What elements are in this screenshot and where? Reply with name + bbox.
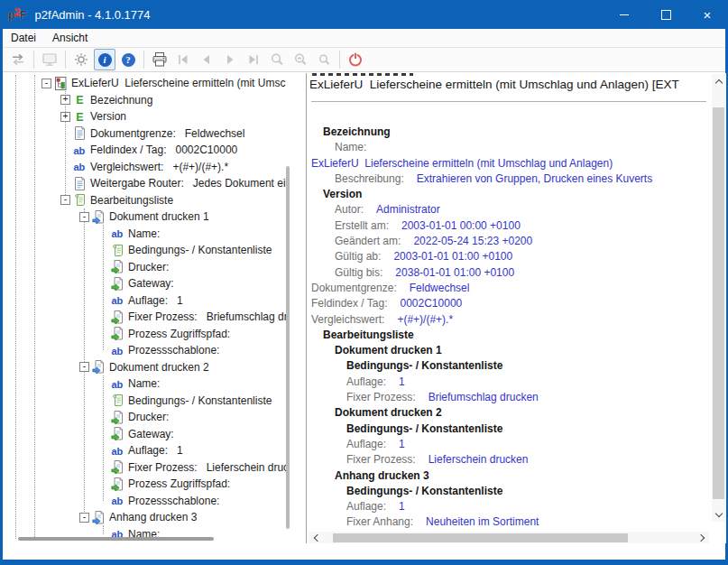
- tree-item[interactable]: Weitergabe Router:Jedes Dokument ein Au: [3, 175, 286, 192]
- detail-value: Briefumschlag drucken: [429, 391, 539, 403]
- detail-line: Fixer Anhang:Neuheiten im Sortiment: [309, 514, 710, 530]
- detail-line: Bedingungs- / Konstantenliste: [309, 421, 710, 437]
- toolbar-separator: [33, 51, 34, 69]
- tree-item[interactable]: -Bearbeitungsliste: [3, 192, 286, 209]
- tree-item[interactable]: +EBezeichnung: [3, 92, 286, 109]
- tree-item[interactable]: -ExLieferU Lieferscheine ermitteln (mit …: [3, 75, 286, 92]
- menu-bar: Datei Ansicht: [3, 29, 725, 48]
- tree-item[interactable]: Drucker:: [3, 409, 286, 426]
- detail-value: Administrator: [376, 203, 440, 216]
- zoom-out-button[interactable]: [313, 49, 335, 70]
- detail-value: +(#+)/(#+).*: [397, 313, 453, 326]
- tree-item[interactable]: Dokumentgrenze:Feldwechsel: [3, 125, 286, 143]
- window-border-bottom: [0, 560, 728, 565]
- svg-text:E: E: [76, 94, 83, 107]
- vertical-scroll-thumb[interactable]: [713, 107, 724, 499]
- detail-label: Gültig bis:: [335, 266, 382, 279]
- scroll-right-button[interactable]: [695, 532, 709, 543]
- expand-box[interactable]: +: [60, 112, 70, 122]
- collapse-box[interactable]: -: [60, 195, 70, 205]
- nav-last-icon: [245, 51, 262, 68]
- tree-item-label: Weitergabe Router:: [90, 177, 184, 190]
- close-button[interactable]: ×: [687, 0, 728, 29]
- nav-first-button[interactable]: [172, 49, 194, 70]
- scroll-up-button[interactable]: [712, 74, 725, 88]
- tree-item-label: Fixer Prozess:: [128, 310, 198, 323]
- element-e-icon: E: [73, 110, 87, 124]
- tree-item-label: Gateway:: [128, 428, 174, 440]
- minimize-button[interactable]: [604, 0, 645, 29]
- detail-value: Lieferschein drucken: [429, 453, 529, 466]
- tree-item[interactable]: abAuflage:1: [3, 292, 286, 310]
- menu-ansicht[interactable]: Ansicht: [44, 29, 96, 47]
- text-ab-icon: ab: [111, 444, 124, 458]
- horizontal-scroll-thumb[interactable]: [333, 533, 628, 542]
- tree-item[interactable]: Prozess Zugriffspfad:: [3, 476, 286, 493]
- detail-line: Bezeichnung: [309, 125, 710, 140]
- tree-item-value: 0002C10000: [176, 144, 238, 156]
- tree-item[interactable]: abProzessschablone:: [3, 342, 286, 359]
- settings-button[interactable]: [70, 49, 92, 70]
- collapse-box[interactable]: -: [79, 212, 89, 222]
- document-green-arrow-icon: [111, 277, 124, 291]
- transfer-button[interactable]: [7, 49, 29, 70]
- monitor-button[interactable]: [39, 49, 60, 70]
- tree-item[interactable]: abName:: [3, 375, 286, 393]
- detail-line: Beschreibung:Extrahieren von Gruppen, Dr…: [309, 171, 710, 187]
- help-button[interactable]: ?: [117, 49, 139, 70]
- nav-last-button[interactable]: [243, 49, 264, 70]
- scroll-left-button[interactable]: [309, 532, 323, 543]
- svg-text:ab: ab: [74, 144, 86, 155]
- detail-vertical-scrollbar[interactable]: [712, 74, 725, 522]
- collapse-box[interactable]: -: [79, 513, 89, 523]
- collapse-box[interactable]: -: [79, 362, 89, 372]
- zoom-icon: [269, 51, 285, 68]
- tree-item[interactable]: -Anhang drucken 3: [3, 509, 286, 526]
- tree-item-label: Version: [90, 110, 126, 123]
- tree-item[interactable]: abAuflage:1: [3, 442, 286, 459]
- nav-prev-button[interactable]: [196, 49, 217, 70]
- document-green-arrow-icon: [111, 260, 124, 273]
- detail-line: Fixer Prozess:Lieferschein drucken: [309, 452, 710, 468]
- tree-item[interactable]: Prozess Zugriffspfad:: [3, 326, 286, 343]
- tree-item-label: Name:: [128, 377, 160, 390]
- zoom-button[interactable]: [266, 49, 288, 70]
- scroll-down-button[interactable]: [712, 507, 725, 522]
- menu-datei[interactable]: Datei: [3, 29, 44, 47]
- expand-box[interactable]: +: [60, 95, 70, 105]
- tree-item[interactable]: abName:: [3, 226, 286, 243]
- tree-item[interactable]: abFeldindex / Tag:0002C10000: [3, 142, 286, 159]
- pane-splitter[interactable]: [295, 73, 306, 543]
- tree-item-label: Prozess Zugriffspfad:: [128, 328, 230, 340]
- tree-item[interactable]: Gateway:: [3, 426, 286, 443]
- tree-item[interactable]: -Dokument drucken 1: [3, 208, 286, 226]
- tree-horizontal-scrollbar[interactable]: [18, 537, 214, 541]
- document-green-arrow-icon: [111, 427, 124, 440]
- tree-item-value: Lieferschein drucken: [207, 461, 286, 474]
- tree-vertical-scrollbar[interactable]: [286, 166, 290, 529]
- tree-item[interactable]: +EVersion: [3, 108, 286, 125]
- nav-next-button[interactable]: [219, 49, 241, 70]
- tree-item[interactable]: Bedingungs- / Konstantenliste: [3, 242, 286, 259]
- window-content: Datei Ansicht i? -ExLieferU Lieferschein…: [3, 29, 725, 560]
- detail-line: Auflage:1: [309, 375, 710, 390]
- tree-item[interactable]: Drucker:: [3, 259, 286, 276]
- print-button[interactable]: [149, 49, 170, 70]
- collapse-box[interactable]: -: [41, 79, 51, 88]
- tree-item[interactable]: Bedingungs- / Konstantenliste: [3, 393, 286, 410]
- exit-button[interactable]: [345, 49, 366, 70]
- detail-label: Autor:: [335, 203, 364, 216]
- tree-item[interactable]: Gateway:: [3, 275, 286, 292]
- tree-item[interactable]: Fixer Prozess:Lieferschein drucken: [3, 459, 286, 477]
- zoom-page-button[interactable]: [290, 49, 311, 70]
- detail-horizontal-scrollbar[interactable]: [309, 532, 709, 543]
- detail-value: ExLieferU Lieferscheine ermitteln (mit U…: [311, 157, 613, 170]
- tree-item[interactable]: Fixer Prozess:Briefumschlag drucken: [3, 309, 286, 326]
- help-icon: ?: [122, 53, 135, 67]
- tree-item[interactable]: -Dokument drucken 2: [3, 359, 286, 376]
- maximize-button[interactable]: [645, 0, 687, 29]
- tree-item[interactable]: abProzessschablone:: [3, 493, 286, 510]
- tree-item[interactable]: abVergleichswert:+(#+)/(#+).*: [3, 159, 286, 176]
- info-button[interactable]: i: [94, 49, 115, 70]
- detail-label: Beschreibung:: [335, 172, 404, 185]
